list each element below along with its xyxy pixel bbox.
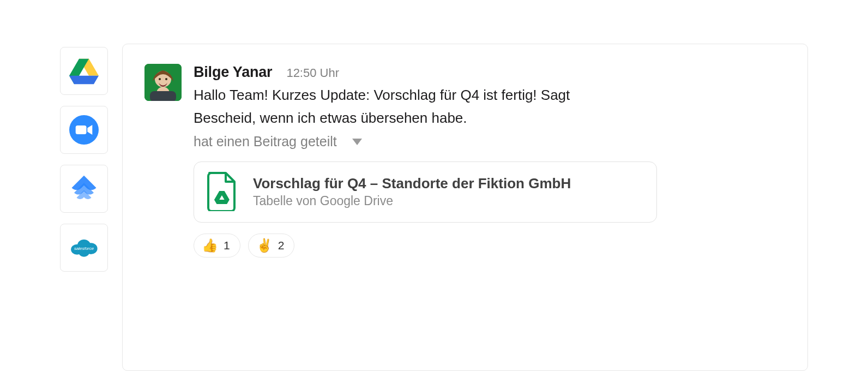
reaction-count: 2 [278,239,285,252]
reactions: 👍 1 ✌️ 2 [194,234,781,258]
reaction-victory-hand[interactable]: ✌️ 2 [248,234,295,258]
svg-marker-17 [352,139,362,145]
jira-icon [69,174,99,204]
app-salesforce[interactable]: salesforce [60,224,108,272]
svg-point-13 [159,78,161,80]
attachment-subtitle: Tabelle von Google Drive [253,194,571,208]
svg-point-14 [165,78,167,80]
svg-marker-2 [69,76,99,85]
shared-indicator[interactable]: hat einen Beitrag geteilt [194,134,781,149]
message-body: Bilge Yanar 12:50 Uhr Hallo Team! Kurzes… [194,64,781,258]
attachment-card[interactable]: Vorschlag für Q4 – Standorte der Fiktion… [194,161,657,223]
victory-hand-icon: ✌️ [256,239,273,252]
google-drive-file-icon [206,172,237,211]
message-card: Bilge Yanar 12:50 Uhr Hallo Team! Kurzes… [122,44,808,371]
app-rail: salesforce [60,44,108,371]
app-jira[interactable] [60,165,108,213]
message: Bilge Yanar 12:50 Uhr Hallo Team! Kurzes… [144,64,781,258]
svg-rect-4 [76,125,87,134]
salesforce-icon: salesforce [69,233,99,262]
message-header: Bilge Yanar 12:50 Uhr [194,64,781,81]
thumbs-up-icon: 👍 [202,239,218,252]
svg-rect-16 [150,91,176,101]
avatar[interactable] [144,64,182,101]
svg-text:salesforce: salesforce [74,246,94,251]
app-google-drive[interactable] [60,47,108,95]
app-zoom[interactable] [60,106,108,154]
reaction-count: 1 [224,239,230,252]
timestamp: 12:50 Uhr [286,66,339,80]
google-drive-icon [69,56,99,86]
chevron-down-icon [352,139,362,145]
svg-marker-20 [214,200,230,204]
reaction-thumbs-up[interactable]: 👍 1 [194,234,240,258]
attachment-title: Vorschlag für Q4 – Standorte der Fiktion… [253,175,571,192]
shared-label: hat einen Beitrag geteilt [194,134,337,149]
zoom-icon [69,115,99,145]
message-text: Hallo Team! Kurzes Update: Vorschlag für… [194,84,619,129]
author-name[interactable]: Bilge Yanar [194,64,272,81]
attachment-text: Vorschlag für Q4 – Standorte der Fiktion… [253,175,571,208]
slack-message-preview: salesforce Bilg [0,0,868,371]
